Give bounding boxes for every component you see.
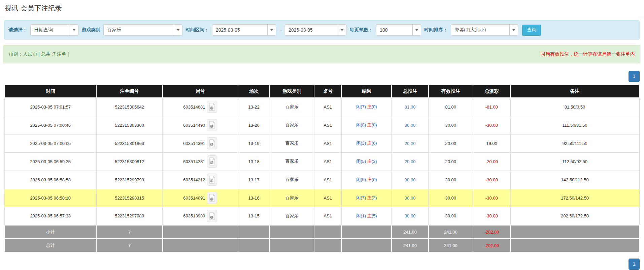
footer-empty-cell bbox=[314, 239, 341, 252]
page-number-button[interactable]: 1 bbox=[629, 71, 640, 82]
video-replay-button[interactable] bbox=[207, 119, 217, 131]
video-file-icon bbox=[209, 157, 215, 166]
column-header: 结果 bbox=[341, 85, 392, 98]
total-bet-cell[interactable]: 30.00 bbox=[392, 171, 428, 189]
bet-records-table-wrap: 时间注单编号局号场次游戏类别桌号结果总投注有效投注总派彩备注 2025-03-0… bbox=[4, 85, 640, 252]
result-player: 闲(7) bbox=[356, 104, 366, 109]
footer-count-cell: 7 bbox=[96, 239, 162, 252]
footer-total-bet-cell: 241.00 bbox=[392, 225, 428, 239]
total-bet-cell[interactable]: 30.00 bbox=[392, 207, 428, 225]
result-cell: 闲(8) 庄(0) bbox=[341, 116, 392, 134]
time-range-label: 时间区间： bbox=[185, 27, 209, 33]
date-range-tilde: ~ bbox=[279, 27, 282, 33]
total-bet-cell[interactable]: 81.00 bbox=[392, 98, 428, 116]
footer-empty-cell bbox=[163, 239, 238, 252]
total-bet-cell[interactable]: 20.00 bbox=[392, 152, 428, 171]
footer-empty-cell bbox=[510, 239, 639, 252]
result-banker-count: (0) bbox=[372, 122, 377, 127]
video-file-icon bbox=[209, 121, 215, 129]
chevron-down-icon bbox=[174, 25, 182, 35]
table-no-cell: AS1 bbox=[314, 152, 341, 171]
video-replay-button[interactable] bbox=[207, 174, 217, 186]
remark-cell: 112.50/92.50 bbox=[510, 152, 639, 171]
table-row: 2025-03-05 06:57:33522315297080603513989… bbox=[4, 207, 639, 225]
round-id: 603514490 bbox=[183, 123, 205, 128]
round-id-group: 603514091 bbox=[183, 192, 217, 204]
round-id-group: 603513989 bbox=[183, 210, 217, 222]
round-id: 603513989 bbox=[183, 213, 205, 218]
result-banker-count: (5) bbox=[372, 213, 377, 218]
remark-cell: 202.50/172.50 bbox=[510, 207, 639, 225]
footer-empty-cell bbox=[238, 239, 270, 252]
video-replay-button[interactable] bbox=[207, 137, 217, 149]
video-replay-button[interactable] bbox=[207, 101, 217, 113]
footer-empty-cell bbox=[510, 225, 639, 239]
valid-bet-cell: 30.00 bbox=[429, 189, 473, 207]
total-bet-cell[interactable]: 20.00 bbox=[392, 134, 428, 152]
table-row: 2025-03-05 06:58:10522315298315603514091… bbox=[4, 189, 639, 207]
game-category-select[interactable]: 百家乐 bbox=[103, 24, 182, 36]
bet-id-cell: 522315303300 bbox=[96, 116, 162, 134]
video-replay-button[interactable] bbox=[207, 155, 217, 168]
total-bet-cell[interactable]: 30.00 bbox=[392, 189, 428, 207]
round-cell: 603514681 bbox=[163, 98, 238, 116]
video-replay-button[interactable] bbox=[207, 192, 217, 204]
payout-cell: -30.00 bbox=[473, 171, 510, 189]
valid-bet-cell: 20.00 bbox=[429, 134, 473, 152]
table-row: 2025-03-05 06:58:58522315299793603514212… bbox=[4, 171, 639, 189]
session-cell: 13-17 bbox=[238, 171, 270, 189]
result-cell: 闲(9) 庄(0) bbox=[341, 171, 392, 189]
result-player: 闲(8) bbox=[356, 122, 366, 127]
per-page-select[interactable]: 100 bbox=[376, 24, 421, 36]
footer-label-cell: 小计 bbox=[4, 225, 96, 239]
footer-empty-cell bbox=[270, 225, 314, 239]
page-header: 视讯 会员下注纪录 bbox=[0, 0, 644, 17]
footer-total-bet-cell: 241.00 bbox=[392, 239, 428, 252]
table-no-cell: AS1 bbox=[314, 98, 341, 116]
game-type-cell: 百家乐 bbox=[270, 207, 314, 225]
footer-empty-cell bbox=[238, 225, 270, 239]
round-id: 603514212 bbox=[183, 177, 205, 182]
game-type-cell: 百家乐 bbox=[270, 134, 314, 152]
filter-panel: 请选择： 日期查询 游戏类别 百家乐 时间区间： 2025-03-05 ~ 20… bbox=[4, 20, 640, 40]
query-type-select[interactable]: 日期查询 bbox=[30, 24, 78, 36]
table-footer: 小计7241.00241.00-202.00总计7241.00241.00-20… bbox=[4, 225, 639, 252]
footer-label-cell: 总计 bbox=[4, 239, 96, 252]
table-body: 2025-03-05 07:01:57522315305642603514681… bbox=[4, 98, 639, 225]
round-id: 603514391 bbox=[183, 141, 205, 146]
page-number-button[interactable]: 1 bbox=[629, 259, 640, 270]
table-no-cell: AS1 bbox=[314, 134, 341, 152]
video-replay-button[interactable] bbox=[207, 210, 217, 222]
table-no-cell: AS1 bbox=[314, 116, 341, 134]
game-category-label: 游戏类别 bbox=[81, 27, 100, 33]
currency-total-text: 币别：人民币 | 总共 :7 注单 | bbox=[9, 51, 69, 57]
subtotal-row: 小计7241.00241.00-202.00 bbox=[4, 225, 639, 239]
result-player: 闲(1) bbox=[356, 213, 366, 218]
summary-bar: 币别：人民币 | 总共 :7 注单 | 同局有效投注，统一计算在该局第一张注单内 bbox=[3, 45, 640, 63]
sort-select[interactable]: 降幂(由大到小) bbox=[451, 24, 518, 36]
total-bet-cell[interactable]: 30.00 bbox=[392, 116, 428, 134]
remark-cell: 81.50/0.50 bbox=[510, 98, 639, 116]
search-button[interactable]: 查询 bbox=[522, 25, 541, 36]
bet-id-cell: 522315305642 bbox=[96, 98, 162, 116]
valid-bet-cell: 30.00 bbox=[429, 171, 473, 189]
round-id: 603514281 bbox=[183, 159, 205, 164]
date-from-select[interactable]: 2025-03-05 bbox=[212, 24, 276, 36]
footer-count-cell: 7 bbox=[96, 225, 162, 239]
column-header: 桌号 bbox=[314, 85, 341, 98]
game-type-cell: 百家乐 bbox=[270, 98, 314, 116]
footer-empty-cell bbox=[314, 225, 341, 239]
footer-valid-bet-cell: 241.00 bbox=[429, 239, 473, 252]
footer-empty-cell bbox=[163, 225, 238, 239]
video-file-icon bbox=[209, 176, 215, 184]
date-to-select[interactable]: 2025-03-05 bbox=[285, 24, 346, 36]
column-header: 场次 bbox=[238, 85, 270, 98]
remark-cell: 142.50/112.50 bbox=[510, 171, 639, 189]
round-id-group: 603514391 bbox=[183, 137, 217, 149]
result-banker-count: (3) bbox=[372, 159, 377, 164]
pagination-top: 1 bbox=[4, 71, 640, 82]
remark-cell: 111.50/81.50 bbox=[510, 116, 639, 134]
round-cell: 603514212 bbox=[163, 171, 238, 189]
result-player: 闲(3) bbox=[356, 141, 366, 146]
time-cell: 2025-03-05 06:59:25 bbox=[4, 152, 96, 171]
